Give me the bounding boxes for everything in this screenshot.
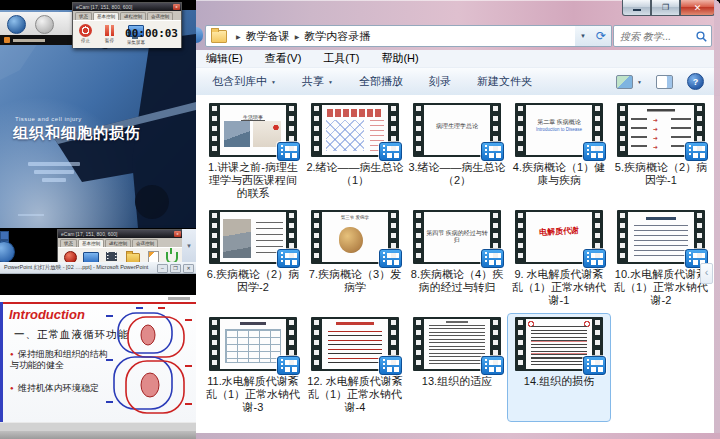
- recorder-tab[interactable]: 会话控制: [132, 239, 158, 247]
- menu-item[interactable]: 帮助(H): [381, 51, 418, 66]
- powerpoint-window[interactable]: PowerPoint 幻灯片放映 - [02 ….ppt] - Microsof…: [0, 262, 196, 439]
- pause-button[interactable]: 暂停: [103, 24, 116, 43]
- maximize-button[interactable]: ❐: [651, 0, 680, 16]
- slide-left-rule: [0, 302, 3, 422]
- search-input[interactable]: [614, 31, 695, 42]
- video-thumbnail: [209, 210, 297, 264]
- recorder-titlebar[interactable]: eCam [17, 151, 800, 600] x: [73, 3, 181, 11]
- file-item[interactable]: 10.水电解质代谢紊乱（1）正常水钠代谢-2: [610, 207, 712, 314]
- recorder-titlebar[interactable]: eCam [17, 151, 800, 600] x: [58, 230, 182, 238]
- include-in-library-button[interactable]: 包含到库中▼: [212, 74, 276, 89]
- film-icon[interactable]: [106, 252, 117, 261]
- recorder-tab[interactable]: 会话控制: [147, 12, 173, 20]
- command-toolbar: 包含到库中▼ 共享▼ 全部播放 刻录 新建文件夹 ▼ ?: [196, 67, 720, 96]
- taskbar-icon[interactable]: [0, 231, 9, 240]
- video-overlay-icon: [583, 142, 606, 161]
- slide-preview-title: 病理生理学总论: [424, 123, 490, 130]
- refresh-icon: ⟳: [596, 29, 606, 43]
- video-overlay-icon: [481, 356, 504, 375]
- file-item[interactable]: 11.水电解质代谢紊乱（1）正常水钠代谢-3: [202, 314, 304, 421]
- close-button[interactable]: ✕: [183, 264, 194, 273]
- play-all-button[interactable]: 全部播放: [359, 74, 403, 89]
- close-icon: ✕: [694, 3, 702, 13]
- file-item[interactable]: 13.组织的适应: [406, 314, 508, 421]
- close-button[interactable]: ✕: [680, 0, 715, 16]
- recorder-tab[interactable]: 基本控制: [78, 239, 104, 247]
- capture-button-partial[interactable]: [0, 241, 15, 263]
- file-name: 2.绪论——病生总论（1）: [304, 161, 406, 187]
- close-icon: x: [177, 231, 179, 236]
- menu-item[interactable]: 查看(V): [265, 51, 302, 66]
- menu-item[interactable]: 工具(T): [323, 51, 359, 66]
- file-item[interactable]: 第三节 发病学 7.疾病概论（3）发病学: [304, 207, 406, 314]
- powerpoint-title-text: PowerPoint 幻灯片放映 - [02 ….ppt] - Microsof…: [4, 264, 148, 270]
- menu-item[interactable]: 编辑(E): [206, 51, 243, 66]
- file-item[interactable]: 2.绪论——病生总论（1）: [304, 100, 406, 207]
- chevron-left-icon: ‹: [705, 266, 709, 278]
- file-item[interactable]: 14.组织的损伤: [508, 314, 610, 421]
- refresh-button[interactable]: ⟳: [591, 25, 612, 47]
- views-icon: [616, 75, 633, 89]
- recorder-tab[interactable]: 状态: [75, 12, 92, 20]
- recorder-window-lower[interactable]: eCam [17, 151, 800, 600] x 状态基本控制进程控制会话控…: [57, 229, 183, 265]
- file-item[interactable]: 6.疾病概论（2）病因学-2: [202, 207, 304, 314]
- stop-icon: [79, 24, 92, 37]
- file-item[interactable]: 第二章 疾病概论 Introduction to Disease 4.疾病概论（…: [508, 100, 610, 207]
- burn-button[interactable]: 刻录: [429, 74, 451, 89]
- minimize-button[interactable]: –: [157, 264, 168, 273]
- capture-secondary-button[interactable]: [35, 15, 54, 34]
- play-all-label: 全部播放: [359, 74, 403, 89]
- video-credit-line: [42, 178, 66, 182]
- file-name: 12. 水电解质代谢紊乱（1）正常水钠代谢-4: [304, 375, 406, 414]
- video-thumbnail: [209, 317, 297, 371]
- file-name: 11.水电解质代谢紊乱（1）正常水钠代谢-3: [202, 375, 304, 414]
- slide: Introduction 一、正常血液循环功能 保持细胞和组织的结构与功能的健全…: [0, 295, 196, 422]
- slide-header-note: [168, 297, 190, 300]
- help-button[interactable]: ?: [687, 73, 704, 90]
- file-item[interactable]: 第四节 疾病的经过与转归 8.疾病概论（4）疾病的经过与转归: [406, 207, 508, 314]
- share-button[interactable]: 共享▼: [302, 74, 333, 89]
- back-button-partial[interactable]: [196, 27, 203, 43]
- breadcrumb-arrow-icon: ▶: [295, 33, 300, 40]
- help-icon: ?: [693, 77, 699, 87]
- video-footer-text: [18, 214, 44, 216]
- window-border: [196, 433, 720, 439]
- address-dropdown-button[interactable]: ▼: [575, 25, 592, 47]
- change-view-button[interactable]: ▼: [616, 75, 642, 89]
- recorder-window[interactable]: eCam [17, 151, 800, 600] x 状态基本控制进程控制会话控…: [72, 2, 182, 48]
- file-item[interactable]: 电解质代谢 9. 水电解质代谢紊乱（1）正常水钠代谢-1: [508, 207, 610, 314]
- powerpoint-titlebar[interactable]: PowerPoint 幻灯片放映 - [02 ….ppt] - Microsof…: [0, 262, 196, 274]
- file-item[interactable]: 生活琐事 1.讲课之前-病理生理学与西医课程间的联系: [202, 100, 304, 207]
- recorder-tab[interactable]: 基本控制: [93, 12, 119, 20]
- breadcrumb-current[interactable]: 教学内容录播: [304, 29, 370, 44]
- preview-pane-button[interactable]: [656, 75, 673, 89]
- stop-button[interactable]: 停止: [79, 24, 92, 43]
- collapse-chevron-button[interactable]: ‹: [700, 263, 713, 284]
- recorder-tab[interactable]: 状态: [60, 239, 77, 247]
- file-item[interactable]: 5.疾病概论（2）病因学-1: [610, 100, 712, 207]
- recorder-close-button[interactable]: x: [173, 4, 180, 10]
- video-overlay-icon: [277, 142, 300, 161]
- recorder-tab[interactable]: 进程控制: [120, 12, 146, 20]
- video-credit-line: [34, 170, 74, 174]
- video-subtitle-en: Tissue and cell injury: [15, 116, 82, 122]
- share-label: 共享: [302, 74, 324, 89]
- new-folder-button[interactable]: 新建文件夹: [477, 74, 532, 89]
- minimize-button[interactable]: [622, 0, 651, 16]
- menu-bar: 编辑(E)查看(V)工具(T)帮助(H): [196, 50, 720, 67]
- file-item[interactable]: 病理生理学总论 3.绪论——病生总论（2）: [406, 100, 508, 207]
- recorder-close-button[interactable]: x: [174, 231, 181, 237]
- video-thumbnail: [617, 210, 705, 264]
- file-item[interactable]: 12. 水电解质代谢紊乱（1）正常水钠代谢-4: [304, 314, 406, 421]
- search-box[interactable]: [613, 25, 712, 47]
- recorder-tab[interactable]: 进程控制: [105, 239, 131, 247]
- restore-button[interactable]: ❐: [170, 264, 181, 273]
- recorder-tabs: 状态基本控制进程控制会话控制: [58, 238, 182, 247]
- window-titlebar[interactable]: ❐ ✕ ▶ 教学备课 ▶ 教学内容录播 ▼ ⟳: [196, 0, 720, 50]
- slide-bullet: 维持机体内环境稳定: [10, 383, 110, 394]
- file-name: 4.疾病概论（1）健康与疾病: [508, 161, 610, 187]
- breadcrumb[interactable]: ▶ 教学备课 ▶ 教学内容录播: [205, 25, 577, 47]
- capture-record-button[interactable]: [7, 15, 26, 34]
- breadcrumb-root[interactable]: 教学备课: [246, 29, 290, 44]
- slide-preview-subtitle: Introduction to Disease: [526, 127, 592, 132]
